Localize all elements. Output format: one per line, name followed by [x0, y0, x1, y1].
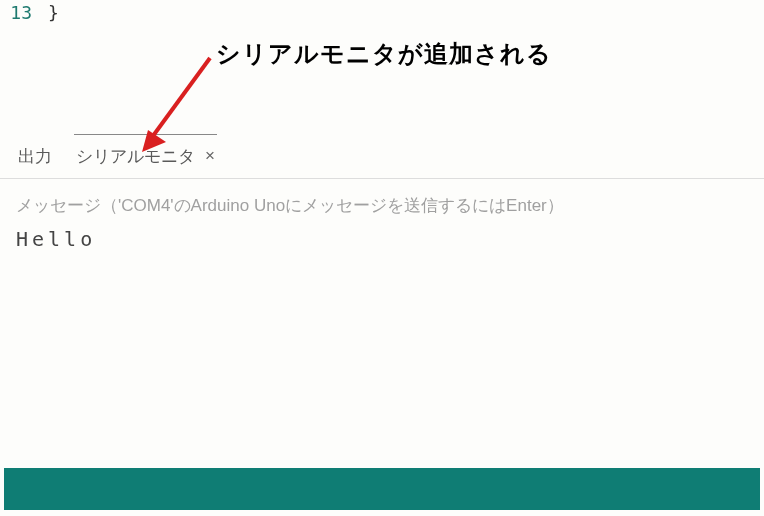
code-editor-area: 13 } シリアルモニタが追加される — [0, 0, 764, 134]
serial-monitor-panel: メッセージ（'COM4'のArduino Unoにメッセージを送信するにはEnt… — [0, 179, 764, 251]
serial-message-input[interactable]: メッセージ（'COM4'のArduino Unoにメッセージを送信するにはEnt… — [16, 194, 748, 217]
message-input-row: メッセージ（'COM4'のArduino Unoにメッセージを送信するにはEnt… — [0, 179, 764, 227]
status-bar — [4, 468, 760, 510]
tab-serial-monitor-label: シリアルモニタ — [76, 145, 195, 168]
code-content: } — [48, 2, 59, 23]
code-line: 13 } — [8, 0, 764, 23]
panel-tabs-bar: 出力 シリアルモニタ × — [0, 134, 764, 179]
tab-output[interactable]: 出力 — [16, 135, 54, 178]
tab-output-label: 出力 — [18, 145, 52, 168]
annotation-text: シリアルモニタが追加される — [216, 38, 552, 70]
tab-serial-monitor[interactable]: シリアルモニタ × — [74, 133, 217, 178]
close-icon[interactable]: × — [205, 146, 215, 166]
serial-output-text: Hello — [0, 227, 764, 251]
line-number: 13 — [8, 2, 48, 23]
svg-line-0 — [150, 58, 210, 140]
